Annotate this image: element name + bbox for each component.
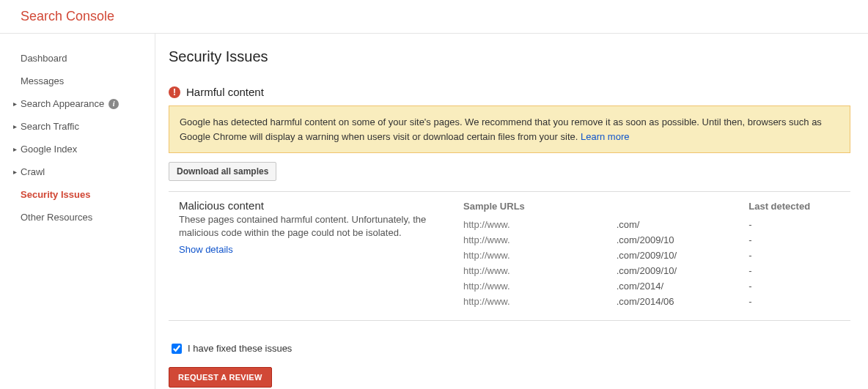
sidebar-item-security-issues[interactable]: Security Issues <box>0 183 155 206</box>
url-scheme: http://www. <box>463 234 510 245</box>
last-detected: - <box>749 294 849 308</box>
sidebar-item-label: Dashboard <box>21 53 67 64</box>
main-content: Security Issues ! Harmful content Google… <box>155 34 868 389</box>
caret-right-icon: ▸ <box>13 122 19 130</box>
sidebar-item-label: Crawl <box>21 166 45 177</box>
url-path: .com/2009/10/ <box>565 248 748 262</box>
page-title: Security Issues <box>169 48 850 65</box>
last-detected: - <box>749 248 849 262</box>
url-path: .com/2014/ <box>565 279 748 293</box>
warning-notice: Google has detected harmful content on s… <box>169 105 850 153</box>
divider <box>169 320 850 321</box>
issue-description: These pages contained harmful content. U… <box>179 213 447 240</box>
sidebar-item-other-resources[interactable]: Other Resources <box>0 206 155 229</box>
url-scheme: http://www. <box>463 219 510 230</box>
sidebar-item-search-appearance[interactable]: ▸ Search Appearance i <box>0 92 155 115</box>
sidebar-item-dashboard[interactable]: Dashboard <box>0 47 155 70</box>
last-detected: - <box>749 264 849 278</box>
topbar: Search Console <box>0 0 868 34</box>
table-row: http://www. .com/2014/06 - <box>463 294 849 308</box>
table-row: http://www. .com/2009/10 - <box>463 233 849 247</box>
sidebar-item-label: Google Index <box>21 144 77 155</box>
sidebar-item-label: Other Resources <box>21 212 92 223</box>
fixed-issues-label[interactable]: I have fixed these issues <box>188 343 292 354</box>
notice-text: Google has detected harmful content on s… <box>180 116 822 142</box>
sidebar-item-google-index[interactable]: ▸ Google Index <box>0 138 155 160</box>
brand-title[interactable]: Search Console <box>21 9 114 23</box>
url-path: .com/2009/10/ <box>565 264 748 278</box>
show-details-link[interactable]: Show details <box>179 244 233 255</box>
url-scheme: http://www. <box>463 250 510 261</box>
sidebar-item-search-traffic[interactable]: ▸ Search Traffic <box>0 115 155 138</box>
table-row: http://www. .com/2009/10/ - <box>463 264 849 278</box>
col-sample-urls: Sample URLs <box>463 201 564 216</box>
section-title: Harmful content <box>186 86 264 98</box>
sidebar-item-messages[interactable]: Messages <box>0 70 155 92</box>
info-icon[interactable]: i <box>108 99 119 109</box>
url-scheme: http://www. <box>463 281 510 292</box>
sidebar-item-label: Search Appearance <box>21 98 104 109</box>
url-scheme: http://www. <box>463 265 510 276</box>
col-last-detected: Last detected <box>749 201 849 216</box>
learn-more-link[interactable]: Learn more <box>581 131 629 142</box>
table-row: http://www. .com/ - <box>463 218 849 231</box>
url-path: .com/ <box>565 218 748 231</box>
download-all-samples-button[interactable]: Download all samples <box>169 162 276 181</box>
table-row: http://www. .com/2014/ - <box>463 279 849 293</box>
sample-urls-table: Sample URLs Last detected http://www. .c… <box>462 199 850 310</box>
fixed-issues-checkbox[interactable] <box>172 344 182 354</box>
section-header: ! Harmful content <box>169 86 850 98</box>
url-path: .com/2009/10 <box>565 233 748 247</box>
request-review-button[interactable]: REQUEST A REVIEW <box>169 367 272 388</box>
sidebar-item-crawl[interactable]: ▸ Crawl <box>0 160 155 183</box>
last-detected: - <box>749 218 849 231</box>
sidebar-item-label: Search Traffic <box>21 121 79 132</box>
issue-title: Malicious content <box>179 199 447 212</box>
url-scheme: http://www. <box>463 296 510 307</box>
caret-right-icon: ▸ <box>13 168 19 176</box>
sidebar: Dashboard Messages ▸ Search Appearance i… <box>0 34 155 389</box>
sidebar-item-label: Messages <box>21 75 64 86</box>
url-path: .com/2014/06 <box>565 294 748 308</box>
caret-right-icon: ▸ <box>13 145 19 153</box>
last-detected: - <box>749 279 849 293</box>
table-row: http://www. .com/2009/10/ - <box>463 248 849 262</box>
caret-right-icon: ▸ <box>13 100 19 108</box>
last-detected: - <box>749 233 849 247</box>
sidebar-item-label: Security Issues <box>21 189 90 200</box>
divider <box>169 191 850 192</box>
alert-icon: ! <box>169 86 180 98</box>
